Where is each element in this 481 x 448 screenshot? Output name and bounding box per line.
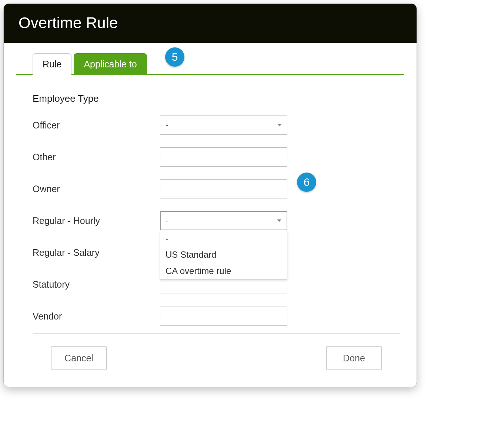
tabs-row: Rule Applicable to 5 [16,53,404,75]
input-vendor[interactable] [160,307,287,326]
dropdown-option-ca-overtime[interactable]: CA overtime rule [160,263,287,279]
cancel-button[interactable]: Cancel [51,346,107,370]
label-officer: Officer [33,120,160,131]
label-regular-salary: Regular - Salary [33,247,160,258]
row-other: Other [33,147,400,167]
label-other: Other [33,152,160,163]
input-owner[interactable] [160,179,287,198]
select-regular-hourly-value: - [166,216,168,225]
dialog-header: Overtime Rule [4,4,417,43]
dialog-title: Overtime Rule [19,14,402,32]
overtime-rule-dialog: Overtime Rule Rule Applicable to 5 6 Emp… [4,4,417,387]
callout-badge-6: 6 [297,173,316,192]
label-owner: Owner [33,184,160,194]
dialog-body: Rule Applicable to 5 6 Employee Type Off… [4,43,417,387]
tab-rule[interactable]: Rule [33,53,71,75]
label-regular-hourly: Regular - Hourly [33,215,160,226]
chevron-down-icon [277,124,282,127]
row-vendor: Vendor [33,307,400,326]
done-button[interactable]: Done [326,346,382,370]
dropdown-regular-hourly: - US Standard CA overtime rule [160,230,287,280]
dropdown-option-us-standard[interactable]: US Standard [160,247,287,263]
select-regular-hourly[interactable]: - [160,211,287,230]
row-owner: Owner [33,179,400,198]
section-heading-employee-type: Employee Type [33,93,400,104]
tab-applicable-to[interactable]: Applicable to [74,53,147,75]
row-regular-hourly: Regular - Hourly - - US Standard CA over… [33,211,400,230]
select-officer-value: - [166,120,168,130]
form-area: 6 Employee Type Officer - Other Owner [16,75,404,374]
input-other[interactable] [160,147,287,167]
label-vendor: Vendor [33,311,160,322]
dropdown-option-blank[interactable]: - [160,230,287,247]
label-statutory: Statutory [33,279,160,290]
chevron-down-icon [277,220,281,222]
select-officer[interactable]: - [160,116,287,135]
divider [33,333,400,334]
dialog-footer: Cancel Done [33,346,400,370]
callout-badge-5: 5 [165,47,184,67]
row-officer: Officer - [33,116,400,135]
